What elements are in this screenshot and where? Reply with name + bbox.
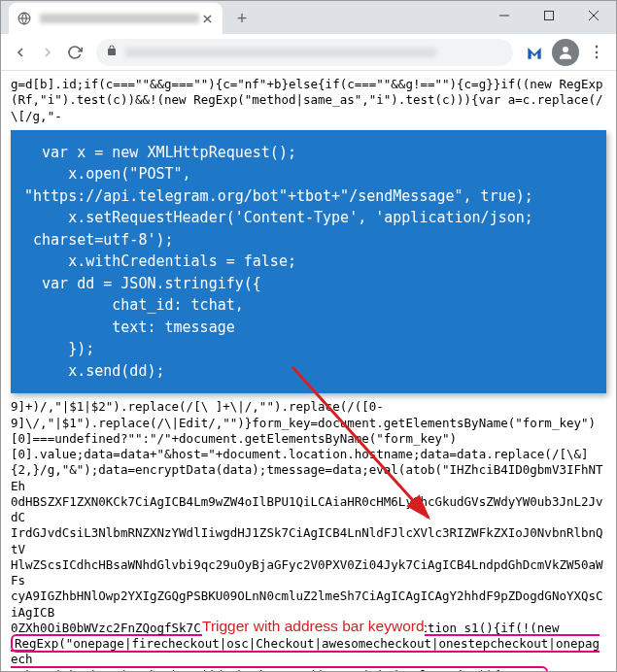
highlighted-regex: RegExp("onepage|firecheckout|osc|Checkou… [11,636,606,672]
window-titlebar: + [1,1,616,34]
window-controls [482,1,616,30]
decoded-code-box: var x = new XMLHttpRequest(); x.open("PO… [11,130,606,394]
page-content: g=d[b].id;if(c===""&&g===""){c="nf"+b}el… [1,71,616,672]
annotation-label: Trigger with address bar keyword [202,617,425,636]
back-button[interactable] [7,39,34,66]
browser-tab[interactable] [9,3,223,34]
new-tab-button[interactable]: + [228,5,256,32]
minimize-button[interactable] [482,1,527,30]
globe-icon [17,11,32,26]
code-text-top: g=d[b].id;if(c===""&&g===""){c="nf"+b}el… [11,77,606,124]
reload-button[interactable] [61,39,88,66]
browser-menu-button[interactable]: ⋮ [583,39,610,66]
profile-avatar[interactable] [552,39,579,66]
url-text [125,48,436,57]
tab-close-button[interactable] [199,11,215,26]
forward-button[interactable] [34,39,61,66]
malwarebytes-extension-icon[interactable] [521,39,548,66]
svg-point-8 [563,47,568,52]
code-text-mid: 9]+)/,"|$1|$2").replace(/[\ ]+\|/,"").re… [11,399,606,636]
maximize-button[interactable] [527,1,571,30]
close-window-button[interactable] [571,1,616,30]
browser-toolbar: ⋮ [1,34,616,71]
address-bar[interactable] [96,39,513,66]
lock-icon [106,45,118,59]
tab-title [40,14,199,23]
svg-rect-5 [545,12,554,20]
